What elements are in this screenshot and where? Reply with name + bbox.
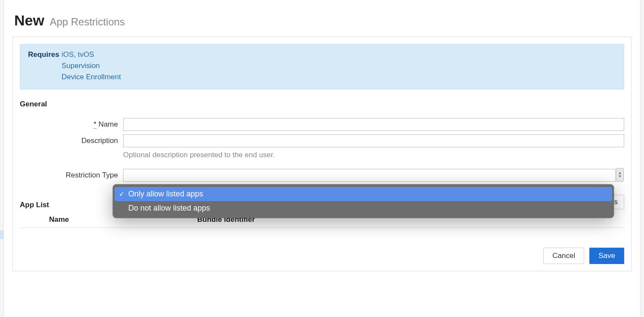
footer-actions: Cancel Save <box>20 248 624 264</box>
name-input[interactable] <box>123 118 624 131</box>
name-label-col: * Name <box>20 120 123 129</box>
form-row-description: Description <box>20 134 624 147</box>
requires-link-platforms[interactable]: iOS, tvOS <box>62 50 121 59</box>
requires-link-enrollment[interactable]: Device Enrollment <box>62 73 121 81</box>
save-button[interactable]: Save <box>589 248 624 264</box>
dropdown-option-disallow[interactable]: Do not allow listed apps <box>115 201 612 215</box>
cancel-button[interactable]: Cancel <box>543 248 584 264</box>
section-title-general: General <box>20 100 624 109</box>
dropdown-option-allow-label: Only allow listed apps <box>128 190 203 199</box>
dropdown-option-allow[interactable]: ✓ Only allow listed apps <box>115 187 612 201</box>
restriction-type-select[interactable]: ▲▼ <box>123 169 616 182</box>
required-star: * <box>93 120 96 129</box>
requires-label: Requires <box>28 50 62 59</box>
check-icon: ✓ <box>119 190 128 198</box>
description-label: Description <box>20 137 123 145</box>
form-row-name: * Name <box>20 118 624 131</box>
description-helper: Optional description presented to the en… <box>123 151 624 159</box>
restriction-type-dropdown[interactable]: ✓ Only allow listed apps Do not allow li… <box>113 184 614 218</box>
form-row-restriction-type: Restriction Type ▲▼ <box>20 169 624 182</box>
select-stepper-icon: ▲▼ <box>616 168 624 182</box>
description-input[interactable] <box>123 134 624 147</box>
page-title: New <box>14 12 44 28</box>
dropdown-option-disallow-label: Do not allow listed apps <box>128 204 210 213</box>
page-header: New App Restrictions <box>4 0 640 37</box>
page-container: New App Restrictions Requires iOS, tvOS … <box>3 0 641 317</box>
requires-link-supervision[interactable]: Supervision <box>62 62 121 70</box>
requires-items: iOS, tvOS Supervision Device Enrollment <box>62 50 121 81</box>
requires-box: Requires iOS, tvOS Supervision Device En… <box>20 44 624 90</box>
restriction-type-label: Restriction Type <box>20 171 123 180</box>
page-subtitle: App Restrictions <box>50 16 125 28</box>
content-card: Requires iOS, tvOS Supervision Device En… <box>12 37 632 271</box>
name-label-text: Name <box>99 120 118 128</box>
section-title-applist: App List <box>20 201 49 209</box>
